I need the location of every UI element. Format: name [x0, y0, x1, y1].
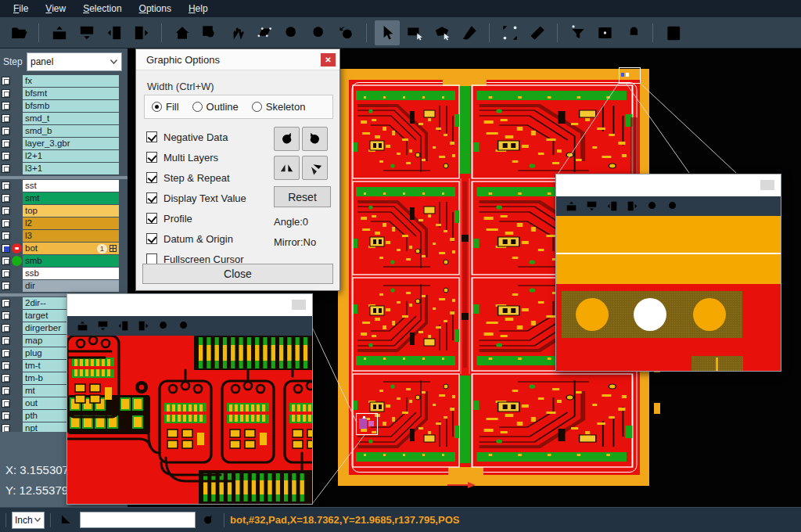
- layer-name[interactable]: dir: [23, 280, 119, 292]
- zoom-in-icon[interactable]: [279, 20, 304, 45]
- layer-row[interactable]: sst: [0, 176, 128, 192]
- pan-right-icon[interactable]: [129, 20, 154, 45]
- layer-row[interactable]: smb: [0, 255, 128, 267]
- layer-name[interactable]: l2: [23, 217, 119, 229]
- layer-checkbox[interactable]: [2, 412, 10, 420]
- ruler-icon[interactable]: [525, 20, 550, 45]
- home-icon[interactable]: [170, 20, 195, 45]
- zoom-previous-icon[interactable]: [334, 20, 359, 45]
- rotate-ccw-icon[interactable]: [302, 127, 328, 151]
- pan-down-icon[interactable]: [92, 318, 113, 334]
- flip-diagonal-icon[interactable]: [302, 156, 328, 180]
- open-folder-icon[interactable]: [6, 20, 31, 45]
- layer-checkbox[interactable]: [2, 114, 10, 123]
- layer-name[interactable]: l3+1: [23, 163, 119, 174]
- layer-checkbox[interactable]: [2, 232, 10, 240]
- menu-view[interactable]: View: [37, 2, 74, 16]
- radio-fill[interactable]: Fill: [152, 101, 179, 113]
- preview-title-bar[interactable]: [67, 294, 312, 316]
- layer-checkbox[interactable]: [2, 194, 10, 203]
- pan-left-icon[interactable]: [113, 318, 133, 334]
- reset-button[interactable]: Reset: [274, 186, 331, 207]
- layer-checkbox[interactable]: [2, 89, 10, 98]
- checkbox-display-text-value[interactable]: Display Text Value: [146, 188, 246, 208]
- pan-left-icon[interactable]: [102, 20, 127, 45]
- unit-select[interactable]: Inch: [12, 512, 45, 529]
- preview-content-detail[interactable]: [67, 336, 312, 504]
- zoom-in-icon[interactable]: [642, 198, 663, 214]
- clean-brush-icon[interactable]: [457, 20, 482, 45]
- layer-row[interactable]: l3+1: [0, 163, 128, 174]
- layer-checkbox[interactable]: [2, 182, 10, 190]
- preview-content-fiducial[interactable]: [556, 216, 781, 371]
- layer-name[interactable]: bfsmt: [23, 88, 119, 99]
- layer-checkbox[interactable]: [2, 282, 10, 290]
- layer-row[interactable]: l2+1: [0, 150, 128, 162]
- pan-down-icon[interactable]: [581, 198, 602, 214]
- checkbox-step-repeat[interactable]: Step & Repeat: [146, 167, 246, 188]
- pan-right-icon[interactable]: [622, 198, 642, 214]
- zoom-preview-window-left[interactable]: [66, 293, 313, 505]
- zoom-window-icon[interactable]: [197, 20, 222, 45]
- layer-checkbox[interactable]: [2, 361, 10, 370]
- menu-file[interactable]: File: [5, 2, 37, 16]
- checkbox-profile[interactable]: Profile: [146, 208, 246, 228]
- pan-right-icon[interactable]: [133, 318, 153, 334]
- filter-icon[interactable]: [566, 20, 591, 45]
- layer-name[interactable]: bot1: [23, 243, 119, 254]
- view-visibility-icon[interactable]: [593, 20, 618, 45]
- layers-panel-icon[interactable]: [661, 20, 686, 45]
- zoom-out-icon[interactable]: [174, 318, 194, 334]
- layer-row[interactable]: smd_t: [0, 113, 128, 124]
- window-button[interactable]: [760, 180, 774, 190]
- checkbox-multi-layers[interactable]: Multi Layers: [146, 147, 246, 167]
- preview-title-bar[interactable]: [556, 174, 781, 196]
- layer-name[interactable]: bfsmb: [23, 100, 119, 112]
- layer-checkbox[interactable]: [2, 324, 10, 332]
- zoom-out-icon[interactable]: [663, 198, 683, 214]
- layer-row[interactable]: ssb: [0, 268, 128, 279]
- zoom-preview-window-right[interactable]: [555, 174, 781, 372]
- select-rectangle-icon[interactable]: [402, 20, 427, 45]
- layer-row[interactable]: bfsmt: [0, 88, 128, 99]
- layer-checkbox[interactable]: [2, 102, 10, 110]
- angle-corner-icon[interactable]: [59, 513, 74, 527]
- refresh-icon[interactable]: [201, 513, 214, 527]
- layer-row[interactable]: l2: [0, 217, 128, 229]
- pan-up-icon[interactable]: [47, 20, 72, 45]
- zoom-in-icon[interactable]: [153, 318, 174, 334]
- layer-checkbox[interactable]: [2, 374, 10, 383]
- select-cursor-icon[interactable]: [375, 20, 400, 45]
- layer-checkbox[interactable]: [2, 269, 10, 278]
- layer-checkbox[interactable]: [2, 127, 10, 135]
- layer-name[interactable]: smt: [23, 192, 119, 204]
- pan-down-icon[interactable]: [74, 20, 99, 45]
- pan-left-icon[interactable]: [602, 198, 622, 214]
- select-polygon-icon[interactable]: [429, 20, 454, 45]
- step-select[interactable]: panel: [27, 52, 122, 71]
- layer-name[interactable]: smb: [23, 255, 119, 267]
- layer-row[interactable]: top: [0, 205, 128, 217]
- layer-name[interactable]: sst: [23, 180, 119, 192]
- layer-checkbox[interactable]: [2, 386, 10, 395]
- layer-checkbox[interactable]: [2, 207, 10, 215]
- layer-name[interactable]: fx: [23, 75, 119, 87]
- radio-skeleton[interactable]: Skeleton: [252, 101, 306, 113]
- layer-name[interactable]: l3: [23, 230, 119, 242]
- flip-horizontal-icon[interactable]: [274, 156, 300, 180]
- close-button[interactable]: Close: [142, 264, 333, 284]
- zoom-area-icon[interactable]: [252, 20, 277, 45]
- layer-checkbox[interactable]: [2, 336, 10, 345]
- window-button[interactable]: [292, 300, 306, 310]
- pan-hand-icon[interactable]: [224, 20, 250, 45]
- layer-checkbox[interactable]: [2, 399, 10, 408]
- layer-name[interactable]: layer_3.gbr: [23, 138, 119, 149]
- menu-help[interactable]: Help: [180, 2, 217, 16]
- pan-up-icon[interactable]: [561, 198, 581, 214]
- layer-name[interactable]: top: [23, 205, 119, 217]
- layer-checkbox[interactable]: [2, 257, 10, 265]
- layer-checkbox[interactable]: [2, 164, 10, 173]
- layer-row[interactable]: smd_b: [0, 125, 128, 137]
- rotate-cw-icon[interactable]: [274, 127, 300, 151]
- layer-row[interactable]: dir: [0, 280, 128, 292]
